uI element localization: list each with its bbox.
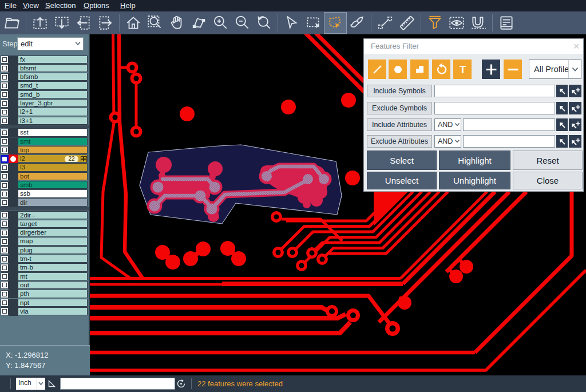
svg-text:T: T [460, 64, 466, 76]
